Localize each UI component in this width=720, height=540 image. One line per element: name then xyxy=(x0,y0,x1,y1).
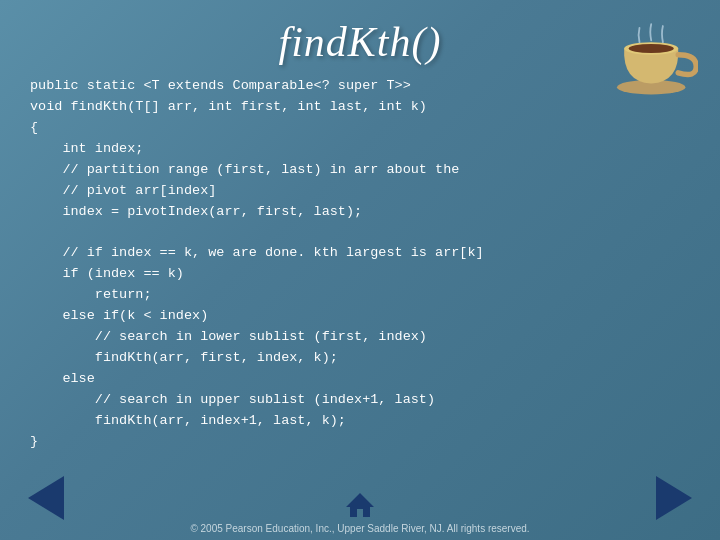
code-line-3: { xyxy=(30,120,38,135)
code-line-16: // search in upper sublist (index+1, las… xyxy=(30,392,435,407)
footer-text: © 2005 Pearson Education, Inc., Upper Sa… xyxy=(0,523,720,534)
coffee-cup-icon xyxy=(608,8,698,98)
slide: findKth() public static <T extends Compa… xyxy=(0,0,720,540)
svg-point-2 xyxy=(629,44,674,53)
code-line-17: findKth(arr, index+1, last, k); xyxy=(30,413,346,428)
code-line-11: return; xyxy=(30,287,152,302)
code-line-4: int index; xyxy=(30,141,143,156)
nav-back-button[interactable] xyxy=(28,476,64,520)
nav-home-button[interactable] xyxy=(344,489,376,526)
slide-title: findKth() xyxy=(279,18,442,66)
code-line-13: // search in lower sublist (first, index… xyxy=(30,329,427,344)
code-line-18: } xyxy=(30,434,38,449)
code-line-2: void findKth(T[] arr, int first, int las… xyxy=(30,99,427,114)
code-line-10: if (index == k) xyxy=(30,266,184,281)
code-line-8 xyxy=(30,224,38,239)
code-line-5: // partition range (first, last) in arr … xyxy=(30,162,459,177)
code-line-12: else if(k < index) xyxy=(30,308,208,323)
code-line-14: findKth(arr, first, index, k); xyxy=(30,350,338,365)
code-line-7: index = pivotIndex(arr, first, last); xyxy=(30,204,362,219)
code-block: public static <T extends Comparable<? su… xyxy=(20,76,700,540)
code-line-9: // if index == k, we are done. kth large… xyxy=(30,245,484,260)
svg-marker-3 xyxy=(346,493,374,517)
home-icon xyxy=(344,489,376,521)
code-line-6: // pivot arr[index] xyxy=(30,183,216,198)
code-line-15: else xyxy=(30,371,95,386)
nav-forward-button[interactable] xyxy=(656,476,692,520)
code-line-1: public static <T extends Comparable<? su… xyxy=(30,78,411,93)
